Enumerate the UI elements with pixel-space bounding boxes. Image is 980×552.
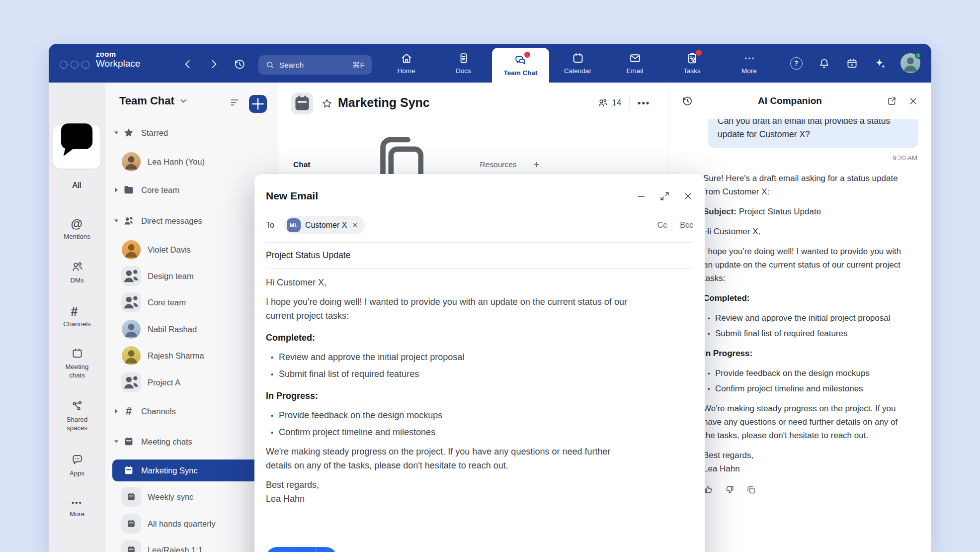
thumbs-up-icon[interactable] — [703, 484, 714, 495]
chat-item-project-a[interactable]: Project A — [112, 371, 275, 393]
history-icon[interactable] — [233, 58, 246, 71]
share-nodes-icon — [71, 400, 83, 412]
chat-item-rajesh-sharma[interactable]: Rajesh Sharma — [112, 345, 275, 367]
avatar — [121, 346, 141, 366]
email-signoff: Best regards, — [266, 480, 319, 490]
chat-section-meeting-chats[interactable]: Meeting chats — [112, 431, 275, 453]
chat-item-lea-rajesh[interactable]: Lea/Rajesh 1:1 — [112, 539, 275, 552]
rail-item-dms[interactable]: DMs — [49, 261, 105, 284]
meeting-icon — [121, 514, 141, 534]
window-zoom-button[interactable] — [82, 61, 89, 69]
list-item: Review and approve the initial project p… — [715, 311, 906, 325]
history-icon[interactable] — [681, 95, 693, 107]
email-intro: I hope you're doing well! I wanted to pr… — [266, 295, 634, 323]
rail-item-apps[interactable]: Apps — [49, 454, 105, 477]
tab-resources-label: Resources — [480, 160, 516, 169]
nav-home[interactable]: Home — [378, 44, 435, 83]
meeting-calendar-icon — [121, 460, 136, 480]
chat-item-marketing-sync[interactable]: Marketing Sync — [112, 460, 275, 481]
panel-title[interactable]: Team Chat — [119, 94, 188, 107]
chat-item-label: Rajesh Sharma — [148, 351, 204, 361]
rail-label: Channels — [63, 320, 91, 328]
nav-tasks[interactable]: Tasks — [663, 44, 721, 83]
user-avatar[interactable] — [900, 53, 920, 73]
help-glyph: ? — [794, 59, 799, 67]
minimize-icon[interactable] — [636, 191, 647, 201]
filter-icon[interactable] — [229, 96, 241, 108]
chat-item-label: Marketing Sync — [141, 466, 198, 475]
nav-docs[interactable]: Docs — [435, 44, 492, 83]
calendar-icon — [572, 52, 584, 65]
docs-icon — [457, 52, 470, 65]
apps-bubble-icon — [71, 454, 83, 466]
window-minimize-button[interactable] — [71, 61, 79, 69]
expand-icon[interactable] — [659, 191, 670, 201]
rail-item-mentions[interactable]: @ Mentions — [49, 217, 105, 241]
channel-more-icon[interactable]: ••• — [638, 98, 650, 108]
recipient-chip[interactable]: ML Customer X — [284, 216, 365, 234]
chat-item-label: Nabil Rashad — [148, 325, 197, 334]
caret-right-icon[interactable] — [112, 186, 120, 194]
panel-title-text: Team Chat — [119, 94, 174, 107]
email-body-editor[interactable]: Hi Customer X, I hope you're doing well!… — [266, 276, 634, 506]
close-icon[interactable] — [683, 191, 693, 201]
chat-item-violet-davis[interactable]: Violet Davis — [112, 239, 275, 261]
chat-item-weekly-sync[interactable]: Weekly sync — [112, 486, 275, 508]
bcc-button[interactable]: Bcc — [680, 221, 693, 230]
send-options-button[interactable] — [316, 547, 337, 552]
nav-email[interactable]: Email — [606, 44, 663, 83]
calendar-date-icon[interactable] — [846, 57, 858, 70]
back-button[interactable] — [181, 58, 194, 71]
copy-icon[interactable] — [746, 484, 756, 495]
window-close-button[interactable] — [60, 61, 68, 69]
top-right-actions: ? — [782, 44, 931, 83]
chat-item-core-team[interactable]: Core team — [112, 291, 275, 313]
chat-item-label: Weekly sync — [148, 492, 193, 502]
cc-button[interactable]: Cc — [657, 221, 667, 230]
home-icon — [400, 52, 413, 65]
new-chat-button[interactable] — [249, 95, 267, 113]
forward-button[interactable] — [207, 58, 220, 71]
rail-item-more[interactable]: ••• More — [49, 498, 105, 518]
zoom-workplace-logo: zoom Workplace — [96, 50, 140, 69]
caret-down-icon[interactable] — [112, 217, 120, 225]
rail-item-all[interactable]: All — [53, 125, 100, 169]
nav-calendar[interactable]: Calendar — [549, 44, 606, 83]
help-icon[interactable]: ? — [790, 57, 803, 70]
people-icon — [121, 211, 136, 231]
open-in-new-icon[interactable] — [887, 96, 897, 106]
add-tab-icon[interactable]: + — [534, 159, 540, 171]
chat-section-starred[interactable]: Starred — [112, 122, 275, 144]
recipient-avatar: ML — [287, 218, 301, 232]
chat-item-all-hands-quarterly[interactable]: All hands quarterly — [112, 513, 275, 535]
rail-item-channels[interactable]: # Channels — [49, 304, 105, 328]
nav-more[interactable]: More — [721, 44, 778, 83]
ai-sparkle-icon[interactable] — [874, 57, 886, 70]
chat-item-label: Project A — [148, 378, 180, 387]
thumbs-down-icon[interactable] — [725, 484, 735, 495]
chat-item-lea-hanh[interactable]: Lea Hanh (You) — [112, 151, 275, 173]
rail-item-shared-spaces[interactable]: Shared spaces — [49, 400, 105, 432]
subject-input[interactable]: Project Status Update — [266, 243, 693, 268]
close-icon[interactable] — [908, 96, 918, 106]
rail-item-meeting-chats[interactable]: Meeting chats — [49, 347, 105, 379]
chat-section-channels[interactable]: # Channels — [112, 400, 275, 422]
ellipsis-icon: ••• — [72, 498, 82, 507]
chat-section-core-team[interactable]: Core team — [112, 179, 275, 201]
tab-chat[interactable]: Chat — [293, 160, 310, 169]
star-outline-icon[interactable] — [321, 97, 333, 109]
nav-team-chat[interactable]: Team Chat — [492, 48, 549, 83]
email-signature: Lea Hahn — [266, 494, 305, 504]
caret-right-icon[interactable] — [112, 407, 120, 415]
send-button[interactable]: Send — [266, 547, 316, 552]
member-count[interactable]: 14 — [597, 97, 621, 108]
remove-recipient-icon[interactable] — [351, 221, 359, 229]
search-input[interactable]: Search ⌘F — [258, 55, 372, 75]
caret-down-icon[interactable] — [112, 438, 120, 446]
chat-section-direct-messages[interactable]: Direct messages — [112, 210, 275, 232]
chat-item-nabil-rashad[interactable]: Nabil Rashad — [112, 318, 275, 340]
bell-icon[interactable] — [818, 57, 830, 70]
list-item: Provide feedback on the design mockups — [279, 408, 634, 422]
caret-down-icon[interactable] — [112, 129, 120, 137]
chat-item-design-team[interactable]: Design team — [112, 265, 275, 287]
